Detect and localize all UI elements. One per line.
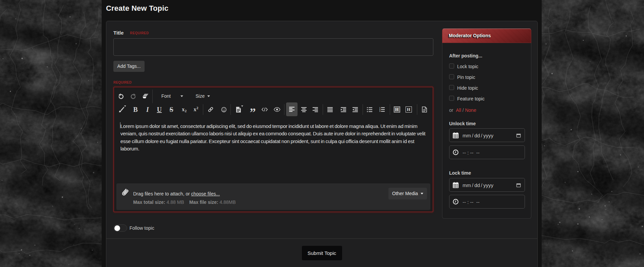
svg-text:3: 3 bbox=[379, 110, 380, 112]
